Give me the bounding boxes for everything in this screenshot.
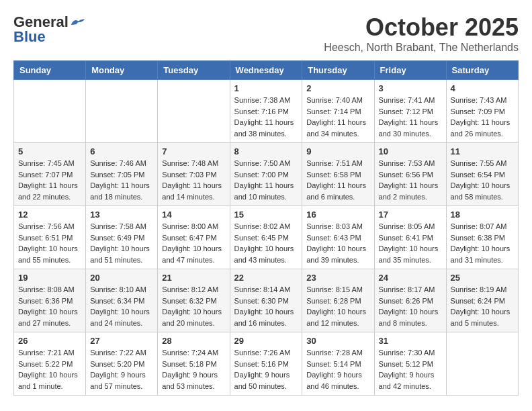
day-number: 31	[379, 336, 442, 346]
month-title: October 2025	[324, 13, 519, 42]
calendar-cell: 7Sunrise: 7:48 AMSunset: 7:03 PMDaylight…	[158, 143, 230, 206]
calendar-cell: 18Sunrise: 8:07 AMSunset: 6:38 PMDayligh…	[446, 206, 518, 269]
day-info: Sunrise: 7:38 AMSunset: 7:16 PMDaylight:…	[234, 95, 298, 139]
calendar-cell: 16Sunrise: 8:03 AMSunset: 6:43 PMDayligh…	[302, 206, 374, 269]
weekday-header-row: SundayMondayTuesdayWednesdayThursdayFrid…	[14, 61, 519, 80]
day-number: 18	[451, 210, 514, 220]
day-number: 30	[306, 336, 369, 346]
calendar-cell: 24Sunrise: 8:17 AMSunset: 6:26 PMDayligh…	[374, 269, 446, 332]
day-info: Sunrise: 7:46 AMSunset: 7:05 PMDaylight:…	[90, 158, 153, 202]
logo-blue-text: Blue	[13, 28, 46, 46]
calendar-cell: 25Sunrise: 8:19 AMSunset: 6:24 PMDayligh…	[446, 269, 518, 332]
day-number: 1	[234, 83, 298, 93]
calendar-cell: 22Sunrise: 8:14 AMSunset: 6:30 PMDayligh…	[230, 269, 302, 332]
calendar-week-1: 1Sunrise: 7:38 AMSunset: 7:16 PMDaylight…	[14, 80, 519, 143]
day-info: Sunrise: 7:21 AMSunset: 5:22 PMDaylight:…	[18, 347, 81, 392]
day-number: 17	[379, 210, 442, 220]
calendar-cell: 17Sunrise: 8:05 AMSunset: 6:41 PMDayligh…	[374, 206, 446, 269]
calendar-cell: 13Sunrise: 7:58 AMSunset: 6:49 PMDayligh…	[86, 206, 158, 269]
calendar-cell: 26Sunrise: 7:21 AMSunset: 5:22 PMDayligh…	[14, 332, 86, 396]
day-info: Sunrise: 8:02 AMSunset: 6:45 PMDaylight:…	[234, 221, 298, 265]
day-info: Sunrise: 8:17 AMSunset: 6:26 PMDaylight:…	[379, 284, 442, 328]
day-info: Sunrise: 8:03 AMSunset: 6:43 PMDaylight:…	[306, 221, 369, 265]
day-number: 12	[18, 210, 81, 220]
calendar-week-3: 12Sunrise: 7:56 AMSunset: 6:51 PMDayligh…	[14, 206, 519, 269]
day-info: Sunrise: 7:45 AMSunset: 7:07 PMDaylight:…	[18, 158, 81, 202]
day-info: Sunrise: 8:08 AMSunset: 6:36 PMDaylight:…	[18, 284, 81, 328]
calendar-cell: 2Sunrise: 7:40 AMSunset: 7:14 PMDaylight…	[302, 80, 374, 143]
day-number: 28	[162, 336, 225, 346]
day-number: 23	[306, 273, 369, 283]
day-number: 20	[90, 273, 153, 283]
calendar-cell: 5Sunrise: 7:45 AMSunset: 7:07 PMDaylight…	[14, 143, 86, 206]
weekday-header-tuesday: Tuesday	[158, 61, 230, 80]
day-info: Sunrise: 7:28 AMSunset: 5:14 PMDaylight:…	[306, 347, 369, 392]
calendar-cell: 1Sunrise: 7:38 AMSunset: 7:16 PMDaylight…	[230, 80, 302, 143]
day-number: 2	[306, 83, 369, 93]
day-number: 16	[306, 210, 369, 220]
day-number: 9	[306, 146, 369, 156]
day-number: 25	[451, 273, 514, 283]
weekday-header-friday: Friday	[374, 61, 446, 80]
day-info: Sunrise: 8:00 AMSunset: 6:47 PMDaylight:…	[162, 221, 225, 265]
calendar-week-4: 19Sunrise: 8:08 AMSunset: 6:36 PMDayligh…	[14, 269, 519, 332]
day-info: Sunrise: 8:19 AMSunset: 6:24 PMDaylight:…	[451, 284, 514, 328]
calendar-cell: 12Sunrise: 7:56 AMSunset: 6:51 PMDayligh…	[14, 206, 86, 269]
day-info: Sunrise: 7:48 AMSunset: 7:03 PMDaylight:…	[162, 158, 225, 202]
calendar-week-2: 5Sunrise: 7:45 AMSunset: 7:07 PMDaylight…	[14, 143, 519, 206]
day-info: Sunrise: 7:58 AMSunset: 6:49 PMDaylight:…	[90, 221, 153, 265]
calendar-cell: 14Sunrise: 8:00 AMSunset: 6:47 PMDayligh…	[158, 206, 230, 269]
day-number: 22	[234, 273, 298, 283]
day-info: Sunrise: 8:12 AMSunset: 6:32 PMDaylight:…	[162, 284, 225, 328]
day-info: Sunrise: 7:24 AMSunset: 5:18 PMDaylight:…	[162, 347, 225, 392]
day-number: 24	[379, 273, 442, 283]
calendar-cell: 23Sunrise: 8:15 AMSunset: 6:28 PMDayligh…	[302, 269, 374, 332]
weekday-header-sunday: Sunday	[14, 61, 86, 80]
day-info: Sunrise: 8:15 AMSunset: 6:28 PMDaylight:…	[306, 284, 369, 328]
calendar-cell: 31Sunrise: 7:30 AMSunset: 5:12 PMDayligh…	[374, 332, 446, 396]
calendar-cell	[158, 80, 230, 143]
day-info: Sunrise: 7:43 AMSunset: 7:09 PMDaylight:…	[451, 95, 514, 139]
day-number: 4	[451, 83, 514, 93]
day-info: Sunrise: 7:56 AMSunset: 6:51 PMDaylight:…	[18, 221, 81, 265]
day-info: Sunrise: 8:14 AMSunset: 6:30 PMDaylight:…	[234, 284, 298, 328]
calendar-cell: 11Sunrise: 7:55 AMSunset: 6:54 PMDayligh…	[446, 143, 518, 206]
day-info: Sunrise: 8:10 AMSunset: 6:34 PMDaylight:…	[90, 284, 153, 328]
calendar-cell: 6Sunrise: 7:46 AMSunset: 7:05 PMDaylight…	[86, 143, 158, 206]
day-number: 13	[90, 210, 153, 220]
weekday-header-saturday: Saturday	[446, 61, 518, 80]
day-number: 5	[18, 146, 81, 156]
calendar-cell: 8Sunrise: 7:50 AMSunset: 7:00 PMDaylight…	[230, 143, 302, 206]
day-number: 26	[18, 336, 81, 346]
day-info: Sunrise: 8:05 AMSunset: 6:41 PMDaylight:…	[379, 221, 442, 265]
day-info: Sunrise: 7:50 AMSunset: 7:00 PMDaylight:…	[234, 158, 298, 202]
location-title: Heesch, North Brabant, The Netherlands	[324, 42, 519, 54]
page-header: General Blue October 2025 Heesch, North …	[13, 13, 519, 54]
calendar-cell: 10Sunrise: 7:53 AMSunset: 6:56 PMDayligh…	[374, 143, 446, 206]
weekday-header-thursday: Thursday	[302, 61, 374, 80]
day-info: Sunrise: 8:07 AMSunset: 6:38 PMDaylight:…	[451, 221, 514, 265]
weekday-header-wednesday: Wednesday	[230, 61, 302, 80]
day-number: 10	[379, 146, 442, 156]
day-number: 11	[451, 146, 514, 156]
calendar-cell: 3Sunrise: 7:41 AMSunset: 7:12 PMDaylight…	[374, 80, 446, 143]
calendar-cell: 15Sunrise: 8:02 AMSunset: 6:45 PMDayligh…	[230, 206, 302, 269]
day-info: Sunrise: 7:53 AMSunset: 6:56 PMDaylight:…	[379, 158, 442, 202]
title-area: October 2025 Heesch, North Brabant, The …	[324, 13, 519, 54]
calendar-cell	[86, 80, 158, 143]
day-number: 7	[162, 146, 225, 156]
logo-bird-icon	[70, 16, 86, 28]
day-info: Sunrise: 7:40 AMSunset: 7:14 PMDaylight:…	[306, 95, 369, 139]
day-number: 29	[234, 336, 298, 346]
day-info: Sunrise: 7:22 AMSunset: 5:20 PMDaylight:…	[90, 347, 153, 392]
day-number: 19	[18, 273, 81, 283]
calendar-cell: 30Sunrise: 7:28 AMSunset: 5:14 PMDayligh…	[302, 332, 374, 396]
calendar-cell	[14, 80, 86, 143]
calendar-table: SundayMondayTuesdayWednesdayThursdayFrid…	[13, 60, 519, 396]
calendar-cell: 29Sunrise: 7:26 AMSunset: 5:16 PMDayligh…	[230, 332, 302, 396]
calendar-cell: 9Sunrise: 7:51 AMSunset: 6:58 PMDaylight…	[302, 143, 374, 206]
calendar-cell: 27Sunrise: 7:22 AMSunset: 5:20 PMDayligh…	[86, 332, 158, 396]
day-number: 3	[379, 83, 442, 93]
calendar-body: 1Sunrise: 7:38 AMSunset: 7:16 PMDaylight…	[14, 80, 519, 396]
calendar-cell: 19Sunrise: 8:08 AMSunset: 6:36 PMDayligh…	[14, 269, 86, 332]
